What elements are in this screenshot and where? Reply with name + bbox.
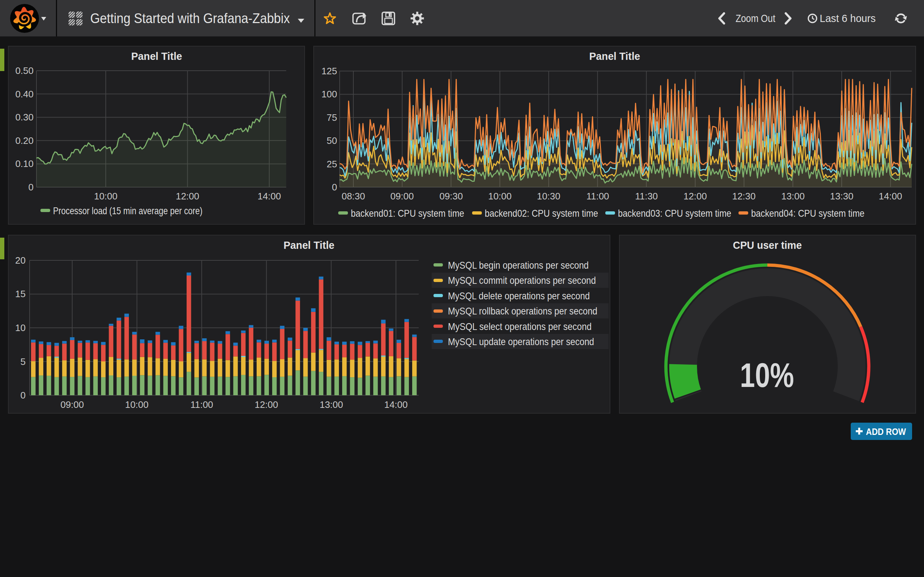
svg-text:25: 25 <box>327 159 337 169</box>
svg-text:0.40: 0.40 <box>15 89 34 100</box>
svg-text:13:00: 13:00 <box>781 191 804 201</box>
svg-text:Zoom Out: Zoom Out <box>736 12 775 24</box>
svg-text:15: 15 <box>15 288 26 299</box>
svg-text:0: 0 <box>29 182 34 193</box>
svg-text:12:00: 12:00 <box>254 399 278 410</box>
svg-text:20: 20 <box>15 255 26 266</box>
svg-text:125: 125 <box>321 66 337 76</box>
svg-text:backend04: CPU system time: backend04: CPU system time <box>751 208 864 219</box>
svg-text:14:00: 14:00 <box>879 191 902 201</box>
svg-text:75: 75 <box>327 112 337 123</box>
svg-text:10:00: 10:00 <box>125 399 149 410</box>
svg-text:0: 0 <box>21 390 26 401</box>
svg-text:0.50: 0.50 <box>15 65 34 76</box>
svg-text:09:00: 09:00 <box>390 191 414 201</box>
svg-text:10:00: 10:00 <box>488 191 512 201</box>
svg-text:MySQL begin operations per sec: MySQL begin operations per second <box>448 259 589 271</box>
svg-text:10:30: 10:30 <box>537 191 560 201</box>
svg-text:Last 6 hours: Last 6 hours <box>820 12 876 24</box>
svg-text:11:30: 11:30 <box>635 191 657 201</box>
svg-text:MySQL update operations per se: MySQL update operations per second <box>448 336 594 347</box>
svg-text:12:00: 12:00 <box>176 191 199 201</box>
svg-text:Panel Title: Panel Title <box>590 50 640 62</box>
svg-text:0.30: 0.30 <box>15 112 34 122</box>
svg-text:11:00: 11:00 <box>586 191 609 201</box>
svg-text:backend01: CPU system time: backend01: CPU system time <box>351 208 464 219</box>
svg-text:11:00: 11:00 <box>190 399 213 410</box>
svg-text:Getting Started with Grafana-Z: Getting Started with Grafana-Zabbix <box>90 11 290 26</box>
svg-text:13:30: 13:30 <box>830 191 853 201</box>
svg-text:14:00: 14:00 <box>257 191 281 201</box>
svg-text:ADD ROW: ADD ROW <box>866 426 906 437</box>
svg-text:0: 0 <box>332 182 337 193</box>
svg-text:MySQL rollback operations per: MySQL rollback operations per second <box>448 305 597 317</box>
svg-text:MySQL select operations per se: MySQL select operations per second <box>448 321 591 332</box>
svg-text:12:00: 12:00 <box>683 191 707 201</box>
svg-text:08:30: 08:30 <box>341 191 365 201</box>
svg-text:backend03: CPU system time: backend03: CPU system time <box>618 208 731 219</box>
svg-text:09:30: 09:30 <box>439 191 463 201</box>
svg-text:10%: 10% <box>740 356 794 394</box>
svg-text:0.10: 0.10 <box>15 158 34 169</box>
svg-text:100: 100 <box>321 89 337 100</box>
svg-text:10:00: 10:00 <box>94 191 117 201</box>
svg-text:backend02: CPU system time: backend02: CPU system time <box>485 208 598 219</box>
svg-text:Panel Title: Panel Title <box>284 239 334 251</box>
svg-text:5: 5 <box>21 356 26 367</box>
svg-text:MySQL commit operations per se: MySQL commit operations per second <box>448 275 596 286</box>
svg-text:MySQL delete operations per se: MySQL delete operations per second <box>448 290 590 301</box>
svg-text:13:00: 13:00 <box>320 399 343 410</box>
svg-text:Panel Title: Panel Title <box>131 50 182 62</box>
svg-text:10: 10 <box>15 322 26 333</box>
svg-text:12:30: 12:30 <box>732 191 756 201</box>
svg-text:09:00: 09:00 <box>60 399 84 410</box>
svg-text:0.20: 0.20 <box>15 135 34 146</box>
svg-text:Processor load (15 min average: Processor load (15 min average per core) <box>53 205 202 216</box>
svg-text:50: 50 <box>327 135 337 146</box>
svg-text:14:00: 14:00 <box>384 399 407 410</box>
svg-text:CPU user time: CPU user time <box>733 239 802 251</box>
